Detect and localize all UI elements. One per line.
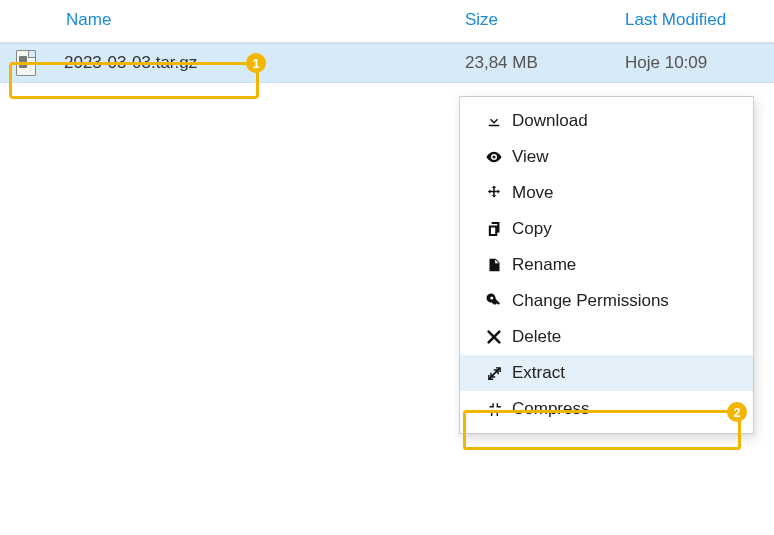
download-icon: [482, 112, 506, 130]
header-name[interactable]: Name: [0, 10, 465, 30]
menu-move[interactable]: Move: [460, 175, 753, 211]
menu-rename[interactable]: Rename: [460, 247, 753, 283]
file-table: Name Size Last Modified 2023-03-03.tar.g…: [0, 0, 774, 83]
header-modified[interactable]: Last Modified: [625, 10, 774, 30]
table-row[interactable]: 2023-03-03.tar.gz 23,84 MB Hoje 10:09: [0, 43, 774, 83]
header-size[interactable]: Size: [465, 10, 625, 30]
menu-label: Extract: [512, 363, 565, 383]
menu-view[interactable]: View: [460, 139, 753, 175]
menu-delete[interactable]: Delete: [460, 319, 753, 355]
file-name-cell[interactable]: 2023-03-03.tar.gz: [0, 50, 465, 76]
copy-icon: [482, 220, 506, 238]
table-header: Name Size Last Modified: [0, 0, 774, 43]
menu-label: Compress: [512, 399, 589, 419]
menu-compress[interactable]: Compress: [460, 391, 753, 427]
eye-icon: [482, 148, 506, 166]
menu-label: View: [512, 147, 549, 167]
menu-label: Rename: [512, 255, 576, 275]
menu-extract[interactable]: Extract: [460, 355, 753, 391]
archive-file-icon: [16, 50, 36, 76]
file-modified: Hoje 10:09: [625, 53, 774, 73]
menu-label: Delete: [512, 327, 561, 347]
close-icon: [482, 329, 506, 345]
menu-label: Copy: [512, 219, 552, 239]
key-icon: [482, 292, 506, 310]
context-menu: Download View Move Copy Rename Change Pe…: [459, 96, 754, 434]
menu-download[interactable]: Download: [460, 103, 753, 139]
expand-icon: [482, 365, 506, 382]
file-name: 2023-03-03.tar.gz: [64, 53, 197, 73]
compress-icon: [482, 401, 506, 418]
menu-copy[interactable]: Copy: [460, 211, 753, 247]
menu-label: Download: [512, 111, 588, 131]
menu-label: Move: [512, 183, 554, 203]
move-icon: [482, 184, 506, 202]
file-icon: [482, 256, 506, 274]
menu-permissions[interactable]: Change Permissions: [460, 283, 753, 319]
file-size: 23,84 MB: [465, 53, 625, 73]
menu-label: Change Permissions: [512, 291, 669, 311]
